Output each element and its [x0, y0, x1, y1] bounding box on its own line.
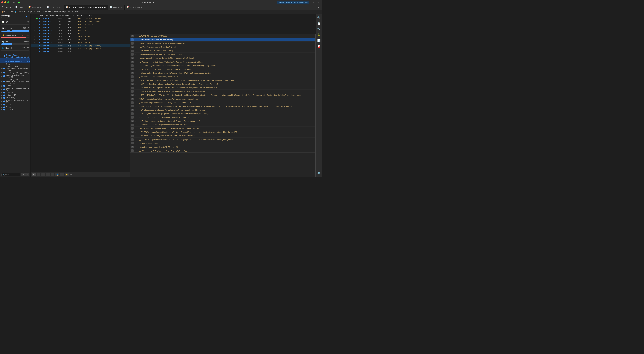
stack-frame-2[interactable]: □ 2 -[WARootViewController updateOffline…	[130, 42, 316, 45]
thread-1-child-43[interactable]: 43 start	[0, 63, 30, 65]
thread-15[interactable]: ▶ Thread 15	[0, 108, 30, 111]
stack-frame-5[interactable]: □ 5 -[WhatsAppAppDelegate finishLaunchin…	[130, 52, 316, 56]
breadcrumb-function[interactable]: 1 -[WAABOfflineAssign initWithUserContex…	[28, 11, 66, 13]
thread-ev[interactable]: ▶ ev_thread (10)	[0, 94, 30, 96]
thread-uikit[interactable]: ▶ com.apple.uikit.eventfetch-thread (5)	[0, 74, 30, 78]
dock-icon-1[interactable]: 📋	[316, 21, 322, 26]
step-out-btn[interactable]: ↑	[46, 173, 50, 176]
stack-frame-28[interactable]: □ 28 __94-[FBSWorkspaceScenesClient crea…	[130, 138, 316, 141]
energy-row[interactable]: ⚡ Energy Impact Very High	[0, 34, 30, 37]
filter-input[interactable]	[5, 174, 19, 176]
stack-frame-1[interactable]: □ 1 -[WAABOfflineAssign initWithUserCont…	[130, 38, 316, 42]
thread-1[interactable]: ▼ Thread 1 Queue: com.apple.main-thread …	[0, 54, 30, 58]
stack-frame-26[interactable]: □ 26 __94-[FBSWorkspaceScenesClient crea…	[130, 130, 316, 134]
toolbar-hamburger[interactable]: ☰	[1, 6, 4, 9]
nav-forward-button[interactable]: ▶	[9, 6, 12, 9]
thread-7[interactable]: ▶ Thread 7	[0, 84, 30, 87]
thread-coremotion[interactable]: ▶ com.apple.CoreMotion.MotionThread (8)	[0, 87, 30, 92]
stack-frame-18[interactable]: □ 18 _UISceneSettingsDiffActionPerformCh…	[130, 101, 316, 104]
dock-icon-0[interactable]: 🔍	[316, 15, 322, 20]
stack-frame-23[interactable]: □ 23 -[UIApplication workspace:didCreate…	[130, 119, 316, 123]
disasm-line-5[interactable]: 5 0x105175b1c <+12>: mov x19, x2	[30, 26, 316, 29]
stack-frame-7[interactable]: □ 7 -[UIApplication _handleDelegateCallb…	[130, 60, 316, 64]
play-pause-btn[interactable]: ▶	[32, 173, 36, 176]
stack-frame-20[interactable]: □ 20 __64-[UIScene scene:didUpdateWithDi…	[130, 108, 316, 112]
stack-frame-17[interactable]: □ 17 +[BSAnimationSettings(UIKit) tryAni…	[130, 97, 316, 101]
stack-frame-15[interactable]: □ 15 -[_UISceneLifecycleMultiplexer uiSc…	[130, 90, 316, 93]
nav-back-button[interactable]: ◀	[5, 6, 8, 9]
scroll-down-indicator[interactable]: ⌄	[222, 154, 224, 156]
thread-13[interactable]: ▶ Thread 13	[0, 104, 30, 106]
stack-frame-9[interactable]: □ 9 -[UIApplication _runWithMainScene:tr…	[130, 68, 316, 71]
stack-frame-27[interactable]: □ 27 -[FBSWorkspace _calloutQueue_execut…	[130, 134, 316, 138]
add-tab-button[interactable]: +	[225, 6, 230, 9]
dock-icon-2[interactable]: 🔧	[316, 26, 322, 32]
stack-frame-16[interactable]: □ 16 __186-[_UIWindowSceneFBSSceneTransi…	[130, 93, 316, 97]
stack-frame-31[interactable]: □ 31 __FBSSERIALQUEUE_IS_CALLING_OUT_TO_…	[130, 149, 316, 152]
stack-frame-14[interactable]: □ 14 -[_UISceneLifecycleMultiplexer _eva…	[130, 86, 316, 90]
stack-frame-3[interactable]: □ 3 -[WARootViewController willTransitio…	[130, 45, 316, 49]
minimize-button[interactable]	[4, 1, 6, 3]
tab-hook-objc[interactable]: 📝 hook_objc.xm	[45, 5, 64, 10]
stack-frame-0[interactable]: □ 0 initWAABOfflineAssign_10039D998	[130, 34, 316, 38]
split-view-button[interactable]: ⊞	[312, 1, 316, 4]
frame-btn[interactable]: ⊞	[60, 173, 64, 176]
info-icon[interactable]: ℹ	[26, 16, 27, 18]
fullscreen-button[interactable]: ⤢	[317, 1, 321, 4]
disasm-line-6[interactable]: 6 0x105175b20 <+16>: mov x20, x0	[30, 29, 316, 32]
step-over-btn[interactable]: ⇥	[37, 173, 40, 176]
stack-frame-29[interactable]: □ 29 _dispatch_client_callout	[130, 141, 316, 145]
thread-6[interactable]: ▶ Thread 6 Queue: com.apple.root.d...s.o…	[0, 78, 30, 84]
stack-frame-25[interactable]: □ 25 -[FBSScene _callOutQueue_agent_didC…	[130, 126, 316, 130]
thread-1-child-0[interactable]: ● 0 initWAABOfflineAssign_10039D998	[0, 58, 30, 63]
disasm-line-4[interactable]: 4 0x105175b18 <+8>: add x29, sp, #0x10	[30, 23, 316, 26]
run-button[interactable]: ▶	[17, 1, 21, 4]
stop-button[interactable]: ■	[12, 1, 16, 4]
thread-audio[interactable]: ▶ AVAudioSession Notify Thread (12)	[0, 99, 30, 104]
stack-frame-24[interactable]: □ 24 -[UIApplicationSceneClientAgent sce…	[130, 123, 316, 126]
filter-options-button[interactable]: ⊞	[26, 173, 29, 176]
memory-row[interactable]: 💾 Memory 38.3 MB	[0, 27, 30, 30]
breadcrumb-whatsapp[interactable]: 📦 WhatsApp	[1, 10, 13, 13]
stack-frame-8[interactable]: □ 8 -[UIApplication _callInitializationD…	[130, 64, 316, 68]
stack-frame-6[interactable]: □ 6 -[WhatsAppAppDelegate application:di…	[130, 56, 316, 60]
stack-frame-4[interactable]: □ 4 -[WARootViewController transitionToS…	[130, 49, 316, 52]
stack-frame-11[interactable]: □ 11 _UIScenePerformActionsWithLifecycle…	[130, 75, 316, 78]
maximize-button[interactable]	[8, 1, 10, 3]
stack-frame-30[interactable]: □ 30 _dispatch_block_invoke_direct$VARIA…	[130, 145, 316, 149]
stack-frame-10[interactable]: □ 10 -[_UISceneLifecycleMultiplexer comp…	[130, 71, 316, 75]
breadcrumb-thread[interactable]: 🧵 Thread 1 ›	[14, 10, 26, 13]
dock-icon-3[interactable]: 🐛	[316, 32, 322, 37]
close-button[interactable]	[1, 1, 3, 3]
tab-hook-keys[interactable]: 📝 hook_keys.xm	[124, 5, 144, 10]
stack-frame-22[interactable]: □ 22 -[UIScene scene:didUpdateWithDiff:t…	[130, 116, 316, 119]
settings-icon[interactable]: ⚙	[28, 16, 29, 18]
dock-icon-5[interactable]: 🎯	[316, 44, 322, 49]
thread-media[interactable]: ▶ media (9)	[0, 92, 30, 94]
thread-btn[interactable]: 🧵	[56, 173, 59, 176]
tab-waab[interactable]: 📋 1 -[WAABOfflineAssign initWithUserCont…	[64, 5, 108, 10]
tab-hook-reg[interactable]: 📝 hook_reg.xm	[26, 5, 45, 10]
disk-row[interactable]: 💿 Disk 34.2 MB/s	[0, 40, 30, 43]
sort-az-button[interactable]: AZ	[21, 173, 25, 176]
cpu-row[interactable]: 📊 CPU 0%	[0, 20, 30, 23]
exception-btn[interactable]: ⚡	[65, 173, 68, 176]
thread-call-ev[interactable]: ▶ call ev thrd (11)	[0, 96, 30, 99]
thread-3[interactable]: ▶ Thread 3 Queue: logger (serial)	[0, 72, 30, 74]
network-row[interactable]: 🌐 Network Zero KB/s	[0, 46, 30, 49]
split-editor-button[interactable]: ⊟	[317, 6, 321, 9]
disasm-line-3[interactable]: 3 0x105175b14 <+4>: stp x29, x30, [sp, #…	[30, 20, 316, 23]
stack-frame-19[interactable]: □ 19 -[_UIWindowSceneFBSSceneTransitionC…	[130, 104, 316, 108]
disasm-line-2[interactable]: 2 -> 0x105175b10 <+0>: stp x20, x19, [sp…	[30, 17, 316, 20]
continue-btn[interactable]: ↩	[51, 173, 54, 176]
stack-frame-12[interactable]: □ 12 __101-[_UISceneLifecycleMultiplexer…	[130, 78, 316, 82]
step-in-btn[interactable]: ↓	[41, 173, 45, 176]
dock-icon-settings[interactable]: ⚙️	[316, 170, 322, 176]
tab-hook-c[interactable]: 📝 hook_c.xm	[108, 5, 124, 10]
stack-frame-13[interactable]: □ 13 -[_UISceneLifecycleMultiplexer _per…	[130, 82, 316, 86]
view-options-button[interactable]: ⊞	[313, 6, 316, 9]
tab-control[interactable]: 📄 control	[13, 5, 26, 10]
thread-14[interactable]: ▶ Thread 14	[0, 106, 30, 108]
stack-frame-21[interactable]: □ 21 -[UIScene _emitSceneSettingsUpdateR…	[130, 112, 316, 116]
dock-icon-4[interactable]: 📊	[316, 38, 322, 43]
